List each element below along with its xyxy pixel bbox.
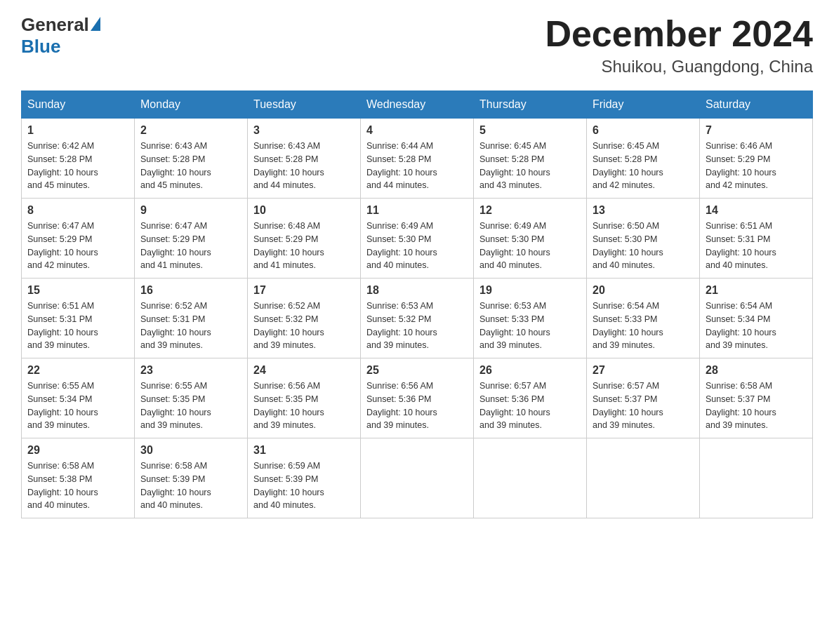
day-info: Sunrise: 6:46 AM Sunset: 5:29 PM Dayligh… [706,140,807,192]
header-monday: Monday [135,91,248,119]
day-info: Sunrise: 6:54 AM Sunset: 5:34 PM Dayligh… [706,300,807,352]
day-number: 25 [366,364,468,377]
day-number: 12 [479,204,581,217]
calendar-cell: 23Sunrise: 6:55 AM Sunset: 5:35 PM Dayli… [135,358,248,438]
day-number: 21 [706,284,807,297]
day-number: 4 [366,124,468,137]
header-friday: Friday [587,91,700,119]
calendar-cell: 9Sunrise: 6:47 AM Sunset: 5:29 PM Daylig… [135,199,248,279]
day-number: 22 [27,364,128,377]
day-number: 6 [593,124,694,137]
day-info: Sunrise: 6:56 AM Sunset: 5:36 PM Dayligh… [366,380,468,432]
calendar-cell [361,438,474,518]
calendar-cell: 31Sunrise: 6:59 AM Sunset: 5:39 PM Dayli… [248,438,361,518]
calendar-cell: 22Sunrise: 6:55 AM Sunset: 5:34 PM Dayli… [22,358,135,438]
day-number: 31 [253,444,355,457]
calendar-cell: 15Sunrise: 6:51 AM Sunset: 5:31 PM Dayli… [22,279,135,358]
day-info: Sunrise: 6:51 AM Sunset: 5:31 PM Dayligh… [27,300,128,352]
day-info: Sunrise: 6:55 AM Sunset: 5:35 PM Dayligh… [140,380,241,432]
day-number: 20 [593,284,694,297]
calendar-subtitle: Shuikou, Guangdong, China [545,57,813,76]
calendar-cell [587,438,700,518]
day-info: Sunrise: 6:43 AM Sunset: 5:28 PM Dayligh… [253,140,355,192]
day-number: 28 [706,364,807,377]
header-thursday: Thursday [474,91,587,119]
calendar-cell: 18Sunrise: 6:53 AM Sunset: 5:32 PM Dayli… [361,279,474,358]
day-number: 11 [366,204,468,217]
day-info: Sunrise: 6:43 AM Sunset: 5:28 PM Dayligh… [140,140,241,192]
calendar-cell: 17Sunrise: 6:52 AM Sunset: 5:32 PM Dayli… [248,279,361,358]
day-number: 15 [27,284,128,297]
day-number: 16 [140,284,241,297]
day-info: Sunrise: 6:50 AM Sunset: 5:30 PM Dayligh… [593,220,694,272]
day-info: Sunrise: 6:53 AM Sunset: 5:32 PM Dayligh… [366,300,468,352]
calendar-title: December 2024 [545,14,813,54]
day-number: 8 [27,204,128,217]
day-info: Sunrise: 6:58 AM Sunset: 5:38 PM Dayligh… [27,459,128,512]
day-number: 29 [27,444,128,457]
calendar-cell: 6Sunrise: 6:45 AM Sunset: 5:28 PM Daylig… [587,119,700,199]
calendar-cell [700,438,813,518]
title-section: December 2024 Shuikou, Guangdong, China [545,14,813,76]
calendar-cell: 10Sunrise: 6:48 AM Sunset: 5:29 PM Dayli… [248,199,361,279]
day-number: 14 [706,204,807,217]
calendar-cell: 7Sunrise: 6:46 AM Sunset: 5:29 PM Daylig… [700,119,813,199]
day-info: Sunrise: 6:49 AM Sunset: 5:30 PM Dayligh… [366,220,468,272]
day-number: 23 [140,364,241,377]
calendar-cell: 14Sunrise: 6:51 AM Sunset: 5:31 PM Dayli… [700,199,813,279]
calendar-cell: 26Sunrise: 6:57 AM Sunset: 5:36 PM Dayli… [474,358,587,438]
day-info: Sunrise: 6:52 AM Sunset: 5:31 PM Dayligh… [140,300,241,352]
logo-triangle-icon [91,17,100,31]
day-number: 2 [140,124,241,137]
day-info: Sunrise: 6:53 AM Sunset: 5:33 PM Dayligh… [479,300,581,352]
header-sunday: Sunday [22,91,135,119]
calendar-cell: 11Sunrise: 6:49 AM Sunset: 5:30 PM Dayli… [361,199,474,279]
day-info: Sunrise: 6:45 AM Sunset: 5:28 PM Dayligh… [479,140,581,192]
calendar-cell: 19Sunrise: 6:53 AM Sunset: 5:33 PM Dayli… [474,279,587,358]
calendar-cell: 4Sunrise: 6:44 AM Sunset: 5:28 PM Daylig… [361,119,474,199]
day-number: 3 [253,124,355,137]
day-number: 27 [593,364,694,377]
logo: General Blue [21,14,100,58]
page-header: General Blue December 2024 Shuikou, Guan… [21,14,813,76]
day-info: Sunrise: 6:52 AM Sunset: 5:32 PM Dayligh… [253,300,355,352]
calendar-body: 1Sunrise: 6:42 AM Sunset: 5:28 PM Daylig… [22,119,813,518]
day-info: Sunrise: 6:49 AM Sunset: 5:30 PM Dayligh… [479,220,581,272]
calendar-cell: 8Sunrise: 6:47 AM Sunset: 5:29 PM Daylig… [22,199,135,279]
day-info: Sunrise: 6:57 AM Sunset: 5:37 PM Dayligh… [593,380,694,432]
calendar-table: SundayMondayTuesdayWednesdayThursdayFrid… [21,90,813,518]
calendar-cell: 24Sunrise: 6:56 AM Sunset: 5:35 PM Dayli… [248,358,361,438]
calendar-cell: 13Sunrise: 6:50 AM Sunset: 5:30 PM Dayli… [587,199,700,279]
calendar-cell: 3Sunrise: 6:43 AM Sunset: 5:28 PM Daylig… [248,119,361,199]
calendar-cell: 1Sunrise: 6:42 AM Sunset: 5:28 PM Daylig… [22,119,135,199]
week-row-4: 22Sunrise: 6:55 AM Sunset: 5:34 PM Dayli… [22,358,813,438]
header-wednesday: Wednesday [361,91,474,119]
logo-blue-text: Blue [21,36,60,58]
day-info: Sunrise: 6:44 AM Sunset: 5:28 PM Dayligh… [366,140,468,192]
day-number: 7 [706,124,807,137]
calendar-cell: 28Sunrise: 6:58 AM Sunset: 5:37 PM Dayli… [700,358,813,438]
calendar-cell: 27Sunrise: 6:57 AM Sunset: 5:37 PM Dayli… [587,358,700,438]
day-info: Sunrise: 6:45 AM Sunset: 5:28 PM Dayligh… [593,140,694,192]
day-number: 26 [479,364,581,377]
day-info: Sunrise: 6:57 AM Sunset: 5:36 PM Dayligh… [479,380,581,432]
week-row-5: 29Sunrise: 6:58 AM Sunset: 5:38 PM Dayli… [22,438,813,518]
calendar-cell [474,438,587,518]
day-info: Sunrise: 6:42 AM Sunset: 5:28 PM Dayligh… [27,140,128,192]
calendar-cell: 5Sunrise: 6:45 AM Sunset: 5:28 PM Daylig… [474,119,587,199]
logo-general-text: General [21,14,89,36]
day-number: 1 [27,124,128,137]
day-number: 30 [140,444,241,457]
day-info: Sunrise: 6:58 AM Sunset: 5:39 PM Dayligh… [140,459,241,512]
day-number: 9 [140,204,241,217]
day-number: 24 [253,364,355,377]
day-info: Sunrise: 6:54 AM Sunset: 5:33 PM Dayligh… [593,300,694,352]
calendar-cell: 16Sunrise: 6:52 AM Sunset: 5:31 PM Dayli… [135,279,248,358]
calendar-cell: 29Sunrise: 6:58 AM Sunset: 5:38 PM Dayli… [22,438,135,518]
day-number: 18 [366,284,468,297]
day-info: Sunrise: 6:51 AM Sunset: 5:31 PM Dayligh… [706,220,807,272]
day-info: Sunrise: 6:48 AM Sunset: 5:29 PM Dayligh… [253,220,355,272]
week-row-3: 15Sunrise: 6:51 AM Sunset: 5:31 PM Dayli… [22,279,813,358]
day-number: 10 [253,204,355,217]
header-tuesday: Tuesday [248,91,361,119]
